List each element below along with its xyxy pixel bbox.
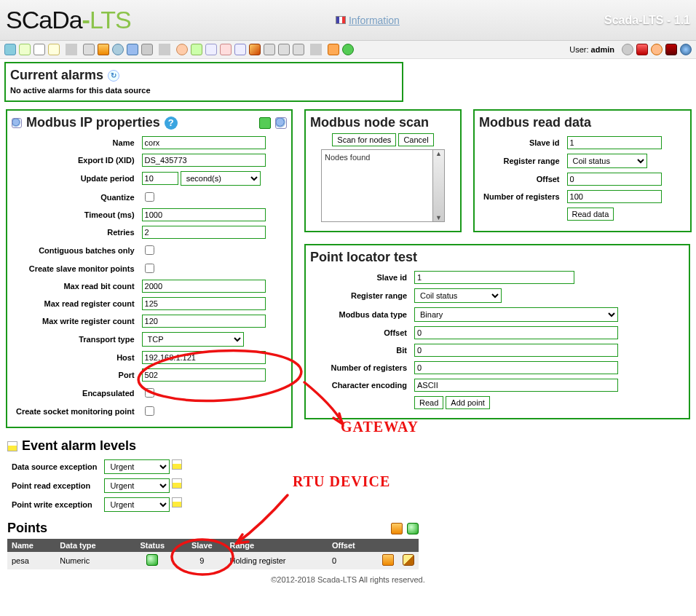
pre-select[interactable]: Urgent (104, 478, 170, 493)
tool-icon[interactable] (127, 44, 138, 55)
name-input[interactable] (142, 136, 266, 149)
flag-icon (336, 16, 346, 24)
user-add-icon[interactable] (191, 44, 202, 55)
row-edit-icon[interactable] (403, 554, 414, 566)
pt-enc-label: Character encoding (312, 377, 410, 393)
col-offset: Offset (328, 539, 378, 552)
separator (159, 44, 170, 55)
nodes-listbox[interactable]: Nodes found ▲▼ (321, 149, 445, 222)
period-input[interactable] (142, 172, 178, 185)
user-name: admin (591, 45, 614, 54)
globe-icon[interactable] (680, 44, 692, 55)
scan-nodes-button[interactable]: Scan for nodes (332, 133, 396, 146)
mrreg-label: Max read register count (13, 296, 138, 312)
list-icon[interactable] (264, 44, 275, 55)
profile-icon[interactable] (651, 44, 663, 55)
gear-icon[interactable] (83, 44, 95, 55)
ttype-select[interactable]: TCP (142, 332, 244, 347)
period-label: Update period (13, 170, 138, 187)
rd-offset-input[interactable] (567, 173, 662, 186)
user-info: User: admin (569, 44, 692, 55)
pt-nreg-input[interactable] (414, 361, 618, 374)
pt-add-button[interactable]: Add point (446, 396, 489, 409)
row-copy-icon[interactable] (382, 554, 394, 566)
add-point-icon[interactable] (407, 523, 419, 534)
pt-enc-input[interactable] (414, 379, 618, 392)
table-row[interactable]: pesa Numeric 9 Holding register 0 (7, 552, 419, 569)
refresh-alarms-icon[interactable]: ↻ (108, 70, 119, 82)
clock-icon[interactable] (112, 44, 124, 55)
flag-icon (7, 441, 17, 451)
period-unit-select[interactable]: second(s) (181, 171, 261, 186)
csmp-check[interactable] (145, 264, 154, 273)
retries-input[interactable] (142, 226, 266, 239)
points-title: Points (7, 521, 47, 536)
refresh-icon[interactable] (342, 44, 354, 55)
antenna-icon[interactable] (234, 44, 246, 55)
logout-icon[interactable] (665, 44, 677, 55)
read-data-title: Modbus read data (479, 115, 591, 130)
nodes-found-text: Nodes found (322, 150, 432, 221)
help-icon[interactable]: ? (165, 117, 178, 130)
export-icon[interactable] (391, 523, 403, 534)
timeout-label: Timeout (ms) (13, 207, 138, 223)
exit-icon[interactable] (328, 44, 339, 55)
cbatches-check[interactable] (145, 245, 154, 255)
pt-dtype-select[interactable]: Binary (414, 307, 618, 322)
xid-input[interactable] (142, 154, 266, 167)
monitor-icon[interactable] (4, 44, 16, 55)
save-mini-icon[interactable] (12, 118, 22, 128)
host-input[interactable] (142, 351, 266, 364)
report-icon[interactable] (278, 44, 290, 55)
database-icon[interactable] (98, 44, 109, 55)
mrbit-input[interactable] (142, 280, 266, 293)
points-section: Points Name Data type Status Slave Range… (7, 521, 692, 569)
logo: SCaDa-LTS (6, 6, 131, 34)
disk-save-icon[interactable] (275, 117, 287, 129)
encap-check[interactable] (145, 388, 154, 398)
status-active-icon[interactable] (146, 554, 158, 566)
mrreg-input[interactable] (142, 297, 266, 310)
csmon-check[interactable] (145, 406, 154, 416)
pt-range-select[interactable]: Coil status (414, 288, 502, 303)
pt-dtype-label: Modbus data type (312, 306, 410, 323)
pt-read-button[interactable]: Read (414, 396, 443, 409)
rd-nreg-input[interactable] (567, 190, 662, 203)
ttype-label: Transport type (13, 331, 138, 348)
port-input[interactable] (142, 368, 266, 382)
enable-icon[interactable] (259, 117, 271, 129)
pwe-label: Point write exception (9, 496, 100, 513)
flag-small-icon[interactable] (33, 44, 45, 55)
device-icon[interactable] (141, 44, 153, 55)
image-icon[interactable] (19, 44, 31, 55)
alarms-title: Current alarms (10, 68, 103, 83)
mwreg-input[interactable] (142, 315, 266, 328)
modbus-properties-panel: Modbus IP properties ? Name Export ID (X… (6, 109, 293, 428)
annotation-rtu: RTU DEVICE (293, 473, 390, 490)
envelope-icon[interactable] (220, 44, 232, 55)
form-icon[interactable] (293, 44, 304, 55)
quantize-check[interactable] (145, 192, 154, 202)
rd-range-select[interactable]: Coil status (567, 154, 647, 168)
settings-icon[interactable] (622, 44, 633, 55)
read-data-button[interactable]: Read data (567, 208, 614, 221)
dse-select[interactable]: Urgent (104, 459, 170, 474)
information-link[interactable]: Information (336, 15, 400, 26)
pt-bit-label: Bit (312, 342, 410, 358)
pwe-select[interactable]: Urgent (104, 497, 170, 512)
alarms-panel: Current alarms ↻ No active alarms for th… (4, 62, 403, 102)
pt-offset-input[interactable] (414, 326, 618, 339)
home-red-icon[interactable] (636, 44, 648, 55)
rd-slave-input[interactable] (567, 136, 662, 149)
doc-icon[interactable] (48, 44, 60, 55)
doc2-icon[interactable] (205, 44, 217, 55)
timeout-input[interactable] (142, 208, 266, 221)
pt-bit-input[interactable] (414, 344, 618, 357)
hammer-icon[interactable] (249, 44, 261, 55)
mrbit-label: Max read bit count (13, 278, 138, 294)
port-label: Port (13, 367, 138, 383)
user-icon[interactable] (176, 44, 188, 55)
pt-slave-input[interactable] (414, 271, 574, 284)
cell-range: Holding register (225, 552, 327, 569)
cancel-scan-button[interactable]: Cancel (398, 133, 433, 146)
